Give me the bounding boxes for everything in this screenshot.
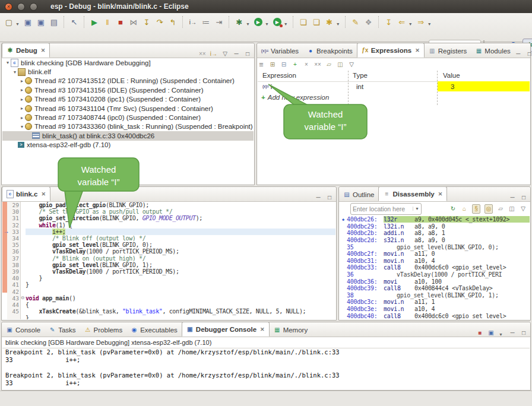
expander-icon[interactable]: ▸	[19, 78, 25, 84]
line-number[interactable]: 34	[7, 235, 19, 242]
expander-icon[interactable]: ▸	[19, 97, 25, 102]
tree-row[interactable]: blink_task() at blink.c:33 0x400dbc26	[2, 131, 254, 140]
line-number[interactable]: 36	[7, 248, 19, 255]
line-number[interactable]: 41	[7, 281, 19, 288]
pin-view-icon[interactable]: ◫	[508, 205, 515, 213]
line-number[interactable]: 35	[7, 242, 19, 248]
new-wizard-icon[interactable]: ▢	[3, 16, 15, 28]
skip-all-breakpoints-icon[interactable]: ↖	[68, 16, 80, 28]
tree-row[interactable]: ▸Thread #6 1073431104 (Tmr Svc) (Suspend…	[2, 104, 254, 113]
view-menu-icon[interactable]: ▽	[348, 61, 355, 69]
mark-occurrences-icon[interactable]: ✎	[350, 16, 362, 28]
code-line[interactable]: xTaskCreate(&blink_task, "blink_task", c…	[26, 308, 335, 315]
show-source-icon[interactable]: §	[472, 204, 480, 214]
forward-dropdown-icon[interactable]: ▼	[428, 22, 432, 26]
expr-tab-registers[interactable]: ▥Registers	[425, 44, 471, 58]
minimize-icon[interactable]: ─	[233, 49, 240, 58]
code-line[interactable]: }	[26, 315, 335, 319]
code-line[interactable]: gpio_pad_select_gpio(BLINK_GPIO);	[26, 202, 335, 208]
line-number[interactable]: 37	[7, 255, 19, 262]
expander-icon[interactable]: ▸	[19, 115, 25, 120]
add-expression-icon[interactable]: +	[292, 61, 299, 69]
tree-row[interactable]: ▾cblink checking [GDB Hardware Debugging…	[2, 58, 254, 67]
line-number[interactable]: 29	[7, 202, 19, 208]
annotation-navigation-icon[interactable]: ❖	[363, 16, 375, 28]
tab-close-icon[interactable]: ✕	[41, 191, 46, 197]
tree-row[interactable]: ▸Thread #7 1073408744 (ipc0) (Suspended …	[2, 113, 254, 122]
expr-tab-breakpoints[interactable]: ●Breakpoints	[303, 44, 357, 58]
new-cpp-project-icon[interactable]: ❏	[297, 16, 309, 28]
remove-all-terminated-icon[interactable]: ××	[199, 49, 206, 58]
breakpoint-arrow-icon[interactable]: →	[2, 228, 10, 234]
print-icon[interactable]: ▤	[48, 16, 60, 28]
line-number[interactable]: 39	[7, 268, 19, 275]
instruction-stepping-mode-icon[interactable]: i→	[210, 49, 217, 58]
location-input[interactable]: Enter location here ▼	[350, 203, 422, 215]
show-type-names-icon[interactable]: ≣	[258, 61, 265, 69]
column-header-type[interactable]: Type	[353, 72, 368, 79]
expander-icon[interactable]: ▾	[19, 124, 25, 129]
console-tab-memory[interactable]: ▦Memory	[270, 323, 312, 337]
remove-all-expressions-icon[interactable]: ××	[314, 61, 321, 69]
pin-view-icon[interactable]: ◫	[337, 61, 344, 69]
expander-icon[interactable]: ▾	[5, 60, 11, 65]
column-header-value[interactable]: Value	[443, 72, 460, 79]
line-number[interactable]: 40	[7, 275, 19, 281]
minimize-icon[interactable]: ─	[509, 328, 516, 337]
console-tab-console[interactable]: ▣Console	[2, 323, 45, 337]
last-edit-location-icon[interactable]: ↧	[383, 16, 395, 28]
maximize-icon[interactable]: □	[326, 193, 333, 201]
code-line[interactable]: /* Blink off (output low) */	[26, 235, 335, 242]
save-all-icon[interactable]: ▣	[35, 16, 47, 28]
code-line[interactable]: vTaskDelay(1000 / portTICK_PERIOD_MS);	[26, 268, 335, 275]
tree-row[interactable]: ▾Thread #9 1073433360 (blink_task : Runn…	[2, 122, 254, 131]
display-selected-console-icon[interactable]: ▣	[487, 328, 495, 337]
debug-icon[interactable]: ✱	[233, 16, 245, 28]
expr-tab-expressions[interactable]: ƒxExpressions✕	[357, 43, 425, 58]
maximize-icon[interactable]: □	[520, 193, 527, 201]
dasm-tab-outline[interactable]: ▤Outline	[339, 188, 378, 201]
minimize-icon[interactable]: ─	[315, 193, 322, 201]
step-into-icon[interactable]: ↧	[141, 16, 153, 28]
tab-close-icon[interactable]: ✕	[260, 326, 265, 332]
fold-minus-icon[interactable]: ⊖	[20, 295, 26, 300]
step-over-icon[interactable]: ↷	[154, 16, 166, 28]
tree-row[interactable]: ▸Thread #2 1073413512 (IDLE : Running) (…	[2, 77, 254, 85]
maximize-icon[interactable]: □	[526, 49, 532, 58]
collapse-all-icon[interactable]: ⊟	[280, 61, 287, 69]
new-view-icon[interactable]: ▱	[497, 205, 504, 213]
search-icon[interactable]: ✱	[324, 16, 335, 28]
editor-code-area[interactable]: gpio_pad_select_gpio(BLINK_GPIO); /* Set…	[26, 202, 335, 319]
tree-row[interactable]: ▸Thread #3 1073413156 (IDLE) (Suspended …	[2, 85, 254, 94]
tab-close-icon[interactable]: ✕	[415, 47, 420, 53]
minimize-icon[interactable]: ─	[515, 49, 522, 58]
console-tab-tasks[interactable]: ✎Tasks	[45, 323, 80, 337]
code-line[interactable]: {	[26, 302, 335, 308]
code-line[interactable]: vTaskDelay(1000 / portTICK_PERIOD_MS);	[26, 248, 335, 255]
tree-row[interactable]: ▸Thread #5 1073410208 (ipc1) (Suspended …	[2, 95, 254, 104]
code-line[interactable]: gpio_set_direction(BLINK_GPIO, GPIO_MODE…	[26, 215, 335, 221]
view-menu-icon[interactable]: ▽	[520, 205, 527, 213]
use-step-filters-icon[interactable]: ⇥	[213, 16, 225, 28]
editor-tab-blink.c[interactable]: cblink.c✕	[2, 186, 50, 201]
run-icon[interactable]: ▶	[252, 16, 264, 28]
line-number[interactable]: 43	[7, 295, 19, 302]
track-expression-icon[interactable]: ◎	[484, 204, 493, 214]
back-dropdown-icon[interactable]: ▼	[408, 22, 413, 26]
terminate-icon[interactable]: ■	[476, 328, 483, 337]
expr-tab-modules[interactable]: ▦Modules	[471, 44, 514, 58]
show-full-paths-icon[interactable]: ≔	[200, 16, 212, 28]
tree-row[interactable]: >xtensa-esp32-elf-gdb (7.10)	[2, 141, 254, 150]
location-dropdown-icon[interactable]: ▼	[413, 207, 419, 211]
code-line[interactable]: gpio_set_level(BLINK_GPIO, 0);	[26, 242, 335, 248]
tab-close-icon[interactable]: ✕	[438, 191, 443, 197]
suspend-icon[interactable]: ‖	[102, 16, 113, 28]
line-number[interactable]: 30	[7, 208, 19, 215]
new-wizard-dropdown-icon[interactable]: ▼	[15, 22, 20, 26]
code-line[interactable]: void app_main()	[26, 295, 335, 302]
expander-icon[interactable]: ▸	[19, 87, 25, 93]
code-line[interactable]: while(1) {	[26, 222, 335, 229]
code-line[interactable]: }	[26, 275, 335, 281]
editor-gutter[interactable]: 2930313233343536373839404142434445	[7, 202, 21, 319]
run-dropdown-icon[interactable]: ▼	[265, 22, 269, 26]
